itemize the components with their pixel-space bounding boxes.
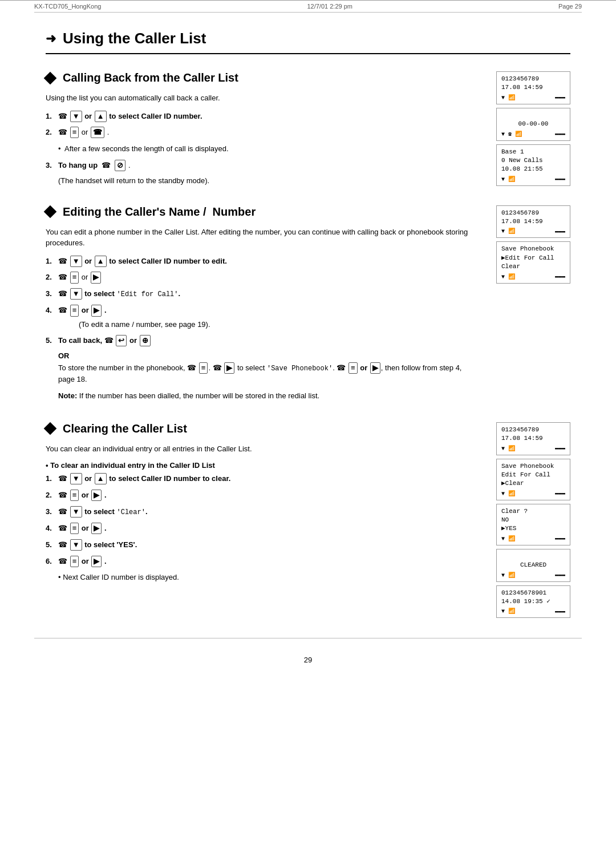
sig-icon: ▼ ☎ 📶: [501, 131, 522, 138]
nav-down-icon: ▼: [70, 506, 82, 518]
bat-icon: ▬▬▬: [555, 535, 565, 541]
step-item: 1. ☎ ▼ or ▲ to select Caller ID number t…: [46, 473, 479, 485]
handset-icon: ☎: [58, 112, 67, 120]
device-display-clear-5: 012345678901 14.08 19:35 ✓ ▼ 📶 ▬▬▬: [496, 585, 570, 619]
disp-line: 17.08 14:59: [501, 83, 565, 92]
nav-right-icon: ☎: [91, 127, 104, 138]
section-calling-back: Calling Back from the Caller List Using …: [46, 71, 570, 185]
handset-icon: ☎: [58, 128, 67, 136]
calling-back-title: Calling Back from the Caller List: [46, 71, 479, 84]
clearing-steps: 1. ☎ ▼ or ▲ to select Caller ID number t…: [46, 473, 479, 567]
step-content: To hang up ☎ ⊘ .: [58, 160, 479, 172]
disp-line: NO: [501, 516, 565, 524]
nav-up-icon: ▲: [95, 256, 107, 267]
step-num: 5.: [46, 335, 58, 347]
sig-icon: ▼ 📶: [501, 228, 515, 235]
nav-down-icon: ▼: [70, 111, 82, 122]
call-icon: ↩: [116, 335, 127, 346]
disp-line: 0123456789: [501, 426, 565, 434]
right-icon: ▶: [91, 523, 102, 534]
device-footer: ▼ 📶 ▬▬▬: [501, 572, 565, 579]
step-item: 3. To hang up ☎ ⊘ .: [46, 160, 479, 172]
disp-line: 0 New Calls: [501, 156, 565, 165]
calling-back-steps: 1. ☎ ▼ or ▲ to select Caller ID number. …: [46, 111, 479, 172]
nav-up-icon: ▲: [95, 473, 107, 484]
diamond-icon-3: [44, 422, 57, 435]
handset-icon: ☎: [58, 474, 67, 483]
step-content: • After a few seconds the length of call…: [58, 143, 479, 155]
editing-intro: You can edit a phone number in the Calle…: [46, 227, 479, 249]
device-display-edit-1: 0123456789 17.08 14:59 ▼ 📶 ▬▬▬: [496, 205, 570, 239]
header-center: 12/7/01 2:29 pm: [307, 3, 352, 10]
step-num: 2.: [46, 272, 58, 284]
step-item: 3. ☎ ▼ to select 'Edit for Call'.: [46, 288, 479, 300]
step-num: 1.: [46, 111, 58, 123]
speakerphone-icon: ⊕: [140, 335, 151, 346]
disp-line: ▶YES: [501, 524, 565, 533]
step-content: ☎ ▼ to select 'Edit for Call'.: [58, 288, 479, 300]
step-content: ☎ ▼ or ▲ to select Caller ID number.: [58, 111, 479, 123]
handset-icon: ☎: [58, 289, 67, 298]
step-num: 2.: [46, 490, 58, 502]
diamond-icon-2: [44, 205, 57, 219]
bat-icon: ▬▬▬: [555, 445, 565, 451]
displays-clearing: 0123456789 17.08 14:59 ▼ 📶 ▬▬▬ Save Phon…: [496, 422, 570, 622]
handset-icon: ☎: [187, 363, 196, 372]
disp-line: [501, 552, 565, 561]
handset-icon: ☎: [58, 306, 67, 314]
editing-note: Note: If the number has been dialled, th…: [58, 390, 479, 402]
device-footer: ▼ 📶 ▬▬▬: [501, 445, 565, 452]
nav-down-icon: ▼: [70, 539, 82, 551]
step-num: 5.: [46, 539, 58, 551]
right-icon: ▶: [91, 305, 102, 316]
step-content: ☎ ≡ or ☎ .: [58, 127, 479, 139]
disp-line: CLEARED: [501, 561, 565, 569]
step-text: or: [84, 112, 94, 120]
period: .: [107, 128, 110, 136]
disp-line: Base 1: [501, 148, 565, 156]
step-item: 5. ☎ ▼ to select 'YES'.: [46, 539, 479, 551]
nav-down-icon: ▼: [70, 473, 82, 484]
device-footer: ▼ 📶 ▬▬▬: [501, 176, 565, 183]
device-footer: ▼ 📶 ▬▬▬: [501, 94, 565, 101]
sig-icon: ▼ 📶: [501, 535, 515, 542]
bat-icon: ▬▬▬: [555, 228, 565, 235]
handset-icon: ☎: [58, 557, 67, 565]
disp-line: Save Phonebook: [501, 462, 565, 471]
bat-icon: ▬▬▬: [555, 176, 565, 182]
step-item: 5. To call back, ☎ ↩ or ⊕: [46, 335, 479, 347]
menu-icon: ≡: [70, 305, 79, 316]
bat-icon: ▬▬▬: [555, 572, 565, 578]
step-num: 2.: [46, 127, 58, 139]
menu-icon: ≡: [199, 362, 208, 374]
step-num: 1.: [46, 256, 58, 268]
disp-line: 17.08 14:59: [501, 217, 565, 226]
clearing-note: • Next Caller ID number is displayed.: [58, 572, 479, 583]
disp-line: Edit For Call: [501, 471, 565, 479]
diamond-icon-1: [44, 71, 57, 84]
step-content: ☎ ▼ or ▲ to select Caller ID number to c…: [58, 473, 479, 485]
step-content: ☎ ▼ or ▲ to select Caller ID number to e…: [58, 256, 479, 268]
step-num: 4.: [46, 523, 58, 535]
step-item: 4. ☎ ≡ or ▶ .: [46, 523, 479, 535]
step-num: 4.: [46, 305, 58, 317]
step-num: 1.: [46, 473, 58, 485]
displays-calling-back: 0123456789 17.08 14:59 ▼ 📶 ▬▬▬ 00-00-00 …: [496, 71, 570, 189]
disp-line: Clear: [501, 262, 565, 271]
menu-icon: ≡: [348, 362, 358, 374]
arrow-icon: ➜: [46, 31, 56, 46]
step-num: 3.: [46, 160, 58, 172]
sig-icon: ▼ 📶: [501, 445, 515, 452]
menu-icon: ≡: [70, 556, 79, 567]
handset-icon: ☎: [104, 336, 114, 345]
disp-line: 0123456789: [501, 75, 565, 83]
step-content: ☎ ≡ or ▶ .: [58, 490, 479, 502]
device-display-clear-2: Save Phonebook Edit For Call ▶Clear ▼ 📶 …: [496, 459, 570, 500]
step4-sub: (To edit a name / number, see page 19).: [79, 319, 479, 330]
step-bold-text: to select Caller ID number.: [109, 112, 202, 120]
page-number: 29: [0, 650, 616, 670]
handset-icon: ☎: [58, 524, 67, 532]
handset-icon: ☎: [102, 161, 111, 169]
handset-icon: ☎: [213, 363, 222, 372]
sig-icon: ▼ 📶: [501, 94, 515, 101]
